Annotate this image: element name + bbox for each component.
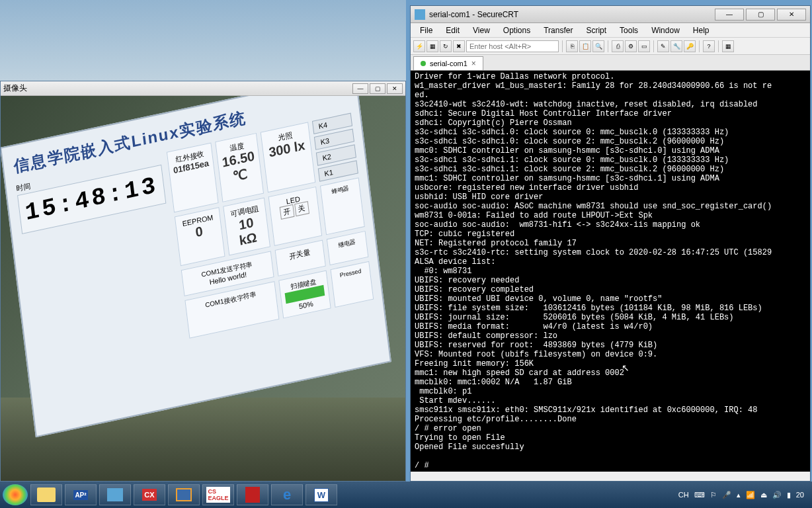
switch-label: 开关量 (280, 245, 320, 263)
taskbar-eagle[interactable]: CSEAGLE (202, 484, 234, 505)
relay-label: 继电器 (331, 236, 362, 251)
tray-volume-icon[interactable]: 🔊 (772, 491, 782, 499)
securecrt-app-icon (107, 488, 123, 501)
quick-connect-icon[interactable]: ⚡ (413, 40, 425, 52)
camera-window: 摄像头 — ▢ ✕ 信息学院嵌入式Linux实验系统 时间 15:48:13 红… (0, 81, 406, 482)
menu-options[interactable]: Options (497, 24, 537, 37)
tab-label: serial-com1 (430, 60, 467, 67)
buzzer-label: 蜂鸣器 (325, 183, 356, 198)
securecrt-toolbar: ⚡ ▦ ↻ ✖ ⎘ 📋 🔍 ⎙ ⚙ ▭ ✎ 🔧 🔑 ? ▦ (411, 38, 810, 55)
taskbar-securecrt[interactable] (99, 484, 131, 505)
terminal-output[interactable]: Driver for 1-wire Dallas network protoco… (411, 71, 810, 472)
clock-partial[interactable]: 20 (796, 491, 804, 499)
menu-help[interactable]: Help (686, 24, 716, 37)
word-icon: W (314, 488, 329, 502)
ap2-icon: AP² (73, 490, 87, 500)
taskbar-ie[interactable]: e (271, 484, 303, 505)
help-icon[interactable]: ? (703, 40, 715, 52)
find-icon[interactable]: 🔍 (592, 40, 604, 52)
menu-file[interactable]: File (413, 24, 439, 37)
disconnect-icon[interactable]: ✖ (453, 40, 465, 52)
connected-indicator-icon (421, 61, 426, 66)
securecrt-titlebar[interactable]: serial-com1 - SecureCRT — ▢ ✕ (411, 6, 810, 23)
tab-close-icon[interactable]: × (471, 59, 476, 68)
securecrt-icon (415, 9, 425, 20)
led-on[interactable]: 开 (280, 204, 295, 220)
securecrt-title: serial-com1 - SecureCRT (429, 10, 713, 19)
camera-title: 摄像头 (3, 83, 352, 94)
minimize-button[interactable]: — (715, 9, 744, 21)
taskbar-word[interactable]: W (305, 484, 337, 505)
tray-chevron-up-icon[interactable]: ▴ (737, 491, 741, 499)
pressed-label: Pressed (335, 267, 366, 280)
print-icon[interactable]: ⎙ (612, 40, 624, 52)
green-pct: 50% (298, 300, 313, 311)
menu-edit[interactable]: Edit (439, 24, 466, 37)
folder-icon (37, 487, 56, 502)
tray-keyboard-icon[interactable]: ⌨ (694, 491, 705, 499)
securecrt-menubar: File Edit View Options Transfer Script T… (411, 23, 810, 38)
tab-serial-com1[interactable]: serial-com1 × (413, 56, 483, 70)
options-icon[interactable]: ✎ (657, 40, 669, 52)
pdf-icon (245, 487, 260, 503)
tools-icon[interactable]: 🔧 (670, 40, 682, 52)
led-off[interactable]: 关 (294, 201, 309, 216)
taskbar-virtualbox[interactable] (168, 484, 200, 505)
virtualbox-icon (176, 488, 192, 501)
close-button[interactable]: ✕ (387, 83, 403, 94)
ime-indicator[interactable]: CH (678, 491, 689, 499)
camera-feed: 信息学院嵌入式Linux实验系统 时间 15:48:13 红外接收01f815e… (1, 96, 405, 481)
properties-icon[interactable]: ⚙ (625, 40, 637, 52)
paste-icon[interactable]: 📋 (579, 40, 591, 52)
minimize-button[interactable]: — (352, 83, 368, 94)
tray-network-icon[interactable]: 📶 (746, 491, 755, 499)
close-button[interactable]: ✕ (777, 9, 806, 21)
key-icon[interactable]: 🔑 (684, 40, 696, 52)
menu-script[interactable]: Script (579, 24, 613, 37)
taskbar-ap2[interactable]: AP² (65, 484, 97, 505)
menu-window[interactable]: Window (645, 24, 686, 37)
tray-battery-icon[interactable]: ▮ (787, 491, 791, 499)
menu-transfer[interactable]: Transfer (537, 24, 579, 37)
tray-usb-icon[interactable]: ⏏ (760, 491, 767, 499)
temp-value: 16.50 ℃ (222, 148, 258, 186)
securecrt-window: serial-com1 - SecureCRT — ▢ ✕ File Edit … (410, 5, 811, 482)
system-tray: CH ⌨ ⚐ 🎤 ▴ 📶 ⏏ 🔊 ▮ 20 (678, 491, 809, 499)
copy-icon[interactable]: ⎘ (566, 40, 578, 52)
reconnect-icon[interactable]: ↻ (440, 40, 452, 52)
menu-tools[interactable]: Tools (613, 24, 645, 37)
toggle-icon[interactable]: ▦ (722, 40, 734, 52)
maximize-button[interactable]: ▢ (370, 83, 386, 94)
desktop-background (0, 0, 406, 87)
eagle-icon: CSEAGLE (206, 487, 229, 503)
connect-icon[interactable]: ▦ (426, 40, 438, 52)
taskbar: AP² CX CSEAGLE e W CH ⌨ ⚐ 🎤 ▴ 📶 ⏏ 🔊 ▮ 20 (0, 482, 812, 508)
taskbar-adobe[interactable] (237, 484, 268, 505)
cx-icon: CX (142, 489, 156, 501)
start-button[interactable] (3, 484, 28, 505)
tray-microphone-icon[interactable]: 🎤 (722, 491, 731, 499)
session-icon[interactable]: ▭ (638, 40, 650, 52)
securecrt-tabbar: serial-com1 × (411, 55, 810, 71)
taskbar-cx[interactable]: CX (134, 484, 165, 505)
taskbar-explorer[interactable] (30, 484, 62, 505)
embedded-device-screen: 信息学院嵌入式Linux实验系统 时间 15:48:13 红外接收01f815e… (1, 96, 391, 437)
host-input[interactable] (466, 40, 559, 52)
maximize-button[interactable]: ▢ (746, 9, 775, 21)
menu-view[interactable]: View (466, 24, 497, 37)
tray-action-center-icon[interactable]: ⚐ (710, 491, 717, 499)
ie-icon: e (283, 486, 291, 503)
camera-titlebar[interactable]: 摄像头 — ▢ ✕ (1, 81, 405, 96)
